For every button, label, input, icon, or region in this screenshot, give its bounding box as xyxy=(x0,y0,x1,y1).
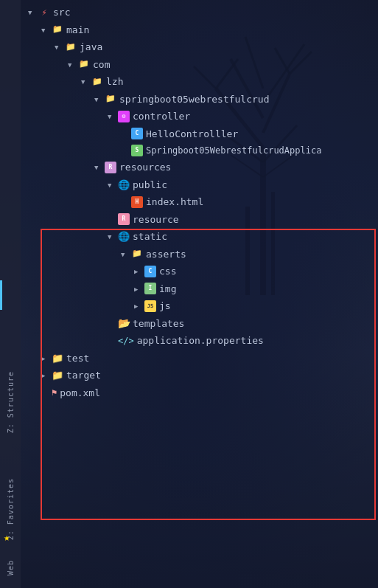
folder-target-icon: 📁 xyxy=(52,370,63,381)
arrow-public xyxy=(108,179,118,191)
sidebar-left: Z: Structure 2: Favorites ★ Web xyxy=(0,0,21,588)
folder-com-icon: 📁 xyxy=(78,58,90,70)
arrow-css xyxy=(134,266,144,277)
tree-item-springboot05[interactable]: 📁 springboot05webrestfulcrud xyxy=(21,91,378,108)
arrow-springboot05 xyxy=(94,94,105,106)
tree-item-test[interactable]: 📁 test xyxy=(21,350,378,367)
tree-item-main[interactable]: 📁 main xyxy=(21,21,378,39)
arrow-main xyxy=(41,24,52,36)
resources-icon: R xyxy=(105,162,116,173)
tree-item-lzh[interactable]: 📁 lzh xyxy=(21,73,378,91)
arrow-java xyxy=(55,41,65,53)
js-icon: JS xyxy=(144,300,156,312)
sidebar-tab-structure[interactable]: Z: Structure xyxy=(0,362,21,443)
tree-item-resources[interactable]: R resources xyxy=(21,159,378,176)
tree-item-templates[interactable]: 📂 templates xyxy=(21,315,378,333)
arrow-lzh xyxy=(81,76,91,88)
pom-icon: ⚑ xyxy=(52,386,57,399)
tree-item-controller[interactable]: ⚙ controller xyxy=(21,108,378,125)
resource-icon: R xyxy=(118,213,130,225)
arrow-img xyxy=(134,283,144,295)
arrow-src xyxy=(28,7,38,18)
tree-item-target[interactable]: 📁 target xyxy=(21,367,378,384)
folder-lzh-icon: 📁 xyxy=(91,76,103,88)
arrow-com xyxy=(68,59,78,71)
tree-item-css[interactable]: C css xyxy=(21,263,378,280)
springboot-icon: S xyxy=(131,145,143,156)
tree-item-public[interactable]: 🌐 public xyxy=(21,176,378,194)
tree-item-app-properties[interactable]: </> application.properties xyxy=(21,332,378,350)
java-class-icon: C xyxy=(131,128,143,139)
tree-item-src[interactable]: ⚡ src xyxy=(21,4,378,21)
arrow-resources xyxy=(94,162,105,173)
tree-item-img[interactable]: I img xyxy=(21,280,378,298)
file-tree: ⚡ src 📁 main 📁 java 📁 com 📁 lzh 📁 spring… xyxy=(21,0,378,588)
arrow-target xyxy=(41,370,52,381)
folder-test-icon: 📁 xyxy=(52,352,63,364)
folder-java-icon: 📁 xyxy=(65,41,77,53)
folder-springboot-icon: 📁 xyxy=(105,93,116,105)
tree-item-hello-controller[interactable]: C HelloControlller xyxy=(21,125,378,143)
controller-icon: ⚙ xyxy=(118,111,130,122)
folder-asserts-icon: 📁 xyxy=(131,248,143,260)
css-icon: C xyxy=(144,266,156,277)
tree-item-resource[interactable]: R resource xyxy=(21,211,378,229)
props-icon: </> xyxy=(118,334,134,347)
html-icon: H xyxy=(131,196,143,208)
star-icon: ★ xyxy=(4,531,10,543)
src-icon: ⚡ xyxy=(38,7,50,18)
sidebar-indicator xyxy=(0,280,2,310)
arrow-test xyxy=(41,353,52,364)
tree-item-pom[interactable]: ⚑ pom.xml xyxy=(21,384,378,402)
tree-item-js[interactable]: JS js xyxy=(21,297,378,315)
tree-item-com[interactable]: 📁 com xyxy=(21,56,378,74)
folder-static-icon: 🌐 xyxy=(118,231,130,243)
sidebar-tab-web[interactable]: Web xyxy=(0,553,21,583)
tree-item-springboot-app[interactable]: S Springboot05WebrestfulcrudApplica xyxy=(21,142,378,159)
img-icon: I xyxy=(144,283,156,294)
tree-item-index-html[interactable]: H index.html xyxy=(21,193,378,211)
arrow-static xyxy=(108,231,118,243)
folder-public-icon: 🌐 xyxy=(118,179,130,190)
tree-item-java[interactable]: 📁 java xyxy=(21,38,378,56)
arrow-js xyxy=(134,300,144,312)
folder-templates-icon: 📂 xyxy=(118,317,130,329)
tree-item-static[interactable]: 🌐 static xyxy=(21,228,378,246)
tree-item-asserts[interactable]: 📁 asserts xyxy=(21,246,378,263)
arrow-controller xyxy=(108,111,118,122)
folder-main-icon: 📁 xyxy=(52,24,63,35)
arrow-asserts xyxy=(121,249,131,260)
